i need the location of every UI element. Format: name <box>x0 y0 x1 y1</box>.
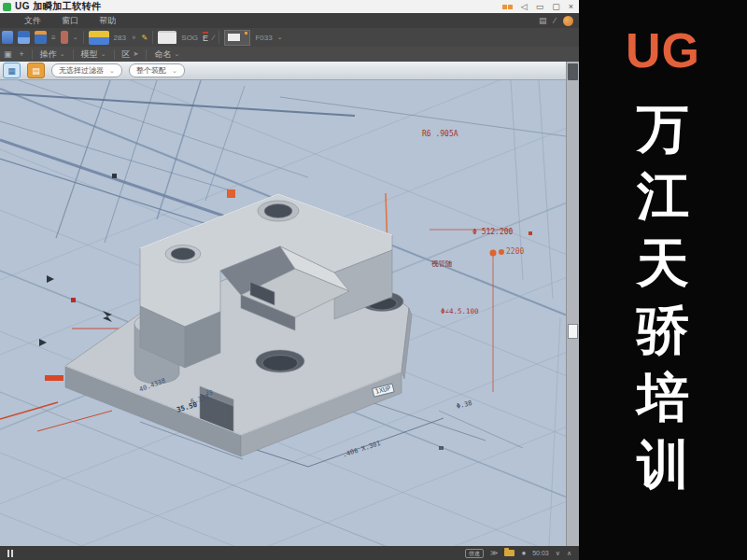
cad-app-window: UG 加瞬加工软转件 ◁ ▭ ▢ × 文件 窗口 帮助 ▤ ∕ ≡ <box>0 0 579 560</box>
circle-tool-icon[interactable]: ⚬ <box>131 34 137 42</box>
menu-item-file[interactable]: 文件 <box>24 15 41 27</box>
time-label: 50:03 <box>532 550 549 556</box>
new-file-icon[interactable] <box>2 31 13 44</box>
graphics-viewport[interactable]: R6 .905AΦ 512.2002200视管随Φ∠4.5.10040.4338… <box>0 80 579 546</box>
chevron-down-icon: ⌄ <box>101 50 106 58</box>
folder-icon[interactable] <box>504 550 514 556</box>
banner-char: 万 <box>637 95 689 162</box>
maximize-icon[interactable]: ▢ <box>552 0 560 13</box>
chevron-down-icon[interactable]: ⌄ <box>277 34 283 41</box>
dimension-label: 35 <box>205 389 213 397</box>
user-avatar[interactable] <box>563 16 573 26</box>
dimension-label: 2200 <box>499 247 524 256</box>
dropdown-naming[interactable]: 命名⌄ <box>154 49 179 61</box>
screenshot-stage: UG 加瞬加工软转件 ◁ ▭ ▢ × 文件 窗口 帮助 ▤ ∕ ≡ <box>0 0 747 560</box>
window-title: UG 加瞬加工软转件 <box>15 0 102 13</box>
selection-filter-dropdown[interactable]: 无选择过滤器⌄ <box>51 63 122 77</box>
chevron-down-icon: ⌄ <box>60 50 65 58</box>
chevron-down-icon[interactable]: ⌄ <box>73 34 78 41</box>
record-dot-icon[interactable]: ● <box>521 549 526 557</box>
cut-icon[interactable] <box>61 31 68 44</box>
toolbox-icon[interactable] <box>158 31 176 44</box>
shaded-view-button[interactable]: ▦ <box>3 63 21 78</box>
chevron-down-icon: ⌄ <box>172 67 177 75</box>
dimension-label: Φ∠4.5.100 <box>441 307 479 315</box>
fast-forward-icon[interactable]: ≫ <box>490 549 498 557</box>
blueprint-drawing <box>0 80 579 546</box>
back-icon[interactable]: ◁ <box>521 0 528 13</box>
ribbon-label-f033: F033 <box>255 34 272 42</box>
ribbon-label-283: 283 <box>114 34 126 42</box>
arrow-right-icon: ➤ <box>134 50 139 58</box>
scrollbar-top-button[interactable] <box>568 63 578 80</box>
pen-icon[interactable]: ∕ <box>554 16 556 25</box>
taskbar-orange-icon[interactable] <box>502 5 513 9</box>
view-panel-icon[interactable] <box>224 30 250 46</box>
open-file-icon[interactable] <box>18 31 30 44</box>
banner-char: 江 <box>637 162 689 230</box>
close-icon[interactable]: × <box>569 0 573 13</box>
dropdown-region[interactable]: 区➤ <box>122 49 139 61</box>
banner-char: 培 <box>637 364 689 431</box>
dropdown-model[interactable]: 模型⌄ <box>81 49 106 61</box>
chevron-down-icon: ⌄ <box>174 50 179 58</box>
vertical-scrollbar[interactable] <box>566 62 579 546</box>
pencil-icon[interactable]: ✎ <box>142 34 148 42</box>
scrollbar-thumb[interactable] <box>568 324 578 339</box>
window-split-icon[interactable]: ▣ <box>4 49 12 59</box>
dimension-label: 视管随 <box>431 259 453 269</box>
banner-char: 训 <box>637 431 689 498</box>
selection-bar: ▦ ▤ 无选择过滤器⌄ 整个装配⌄ <box>0 62 579 80</box>
playback-speed-button[interactable]: 倍速 <box>465 549 484 558</box>
ribbon-toolbar: ≡ ⌄ 283 ⚬ ✎ SOG E ∕ F033 ⌄ <box>0 28 579 47</box>
titlebar: UG 加瞬加工软转件 ◁ ▭ ▢ × <box>0 0 579 13</box>
edit-tool-icon[interactable]: E <box>203 32 208 43</box>
dropdown-operations[interactable]: 操作⌄ <box>40 49 65 61</box>
ribbon-label-sog: SOG <box>181 34 198 42</box>
pause-icon[interactable] <box>7 550 13 557</box>
training-banner: UG 万 江 天 骄 培 训 <box>579 0 747 560</box>
chevron-down-icon: ⌄ <box>109 67 115 75</box>
save-file-icon[interactable] <box>35 31 47 44</box>
banner-char: 骄 <box>637 297 689 364</box>
banner-logo: UG <box>626 22 700 78</box>
sketch-tool-icon[interactable] <box>89 31 109 45</box>
menu-lines-icon[interactable]: ≡ <box>51 34 56 42</box>
chevron-up-icon[interactable]: ∧ <box>567 550 571 557</box>
app-icon <box>3 3 11 11</box>
menu-item-help[interactable]: 帮助 <box>99 15 116 27</box>
layout-icon[interactable]: ▤ <box>539 16 547 25</box>
selection-scope-dropdown[interactable]: 整个装配⌄ <box>129 63 185 77</box>
statusbar: 倍速 ≫ ● 50:03 ∨ ∧ <box>0 546 579 560</box>
dimension-label: R6 .905A <box>422 130 458 138</box>
menubar: 文件 窗口 帮助 <box>0 13 579 28</box>
minimize-icon[interactable]: ▭ <box>536 0 544 13</box>
menu-item-window[interactable]: 窗口 <box>62 15 78 27</box>
highlight-button[interactable]: ▤ <box>27 63 45 78</box>
line-tool-icon[interactable]: ∕ <box>213 34 214 42</box>
chevron-down-icon[interactable]: ∨ <box>556 550 560 557</box>
dimension-label: Φ 512.200 <box>472 228 513 236</box>
banner-text-stack: 万 江 天 骄 培 训 <box>637 95 689 498</box>
banner-char: 天 <box>637 230 689 297</box>
add-icon[interactable]: + <box>20 49 24 59</box>
secondary-toolbar: ▣ + 操作⌄ 模型⌄ 区➤ 命名⌄ <box>0 47 579 62</box>
